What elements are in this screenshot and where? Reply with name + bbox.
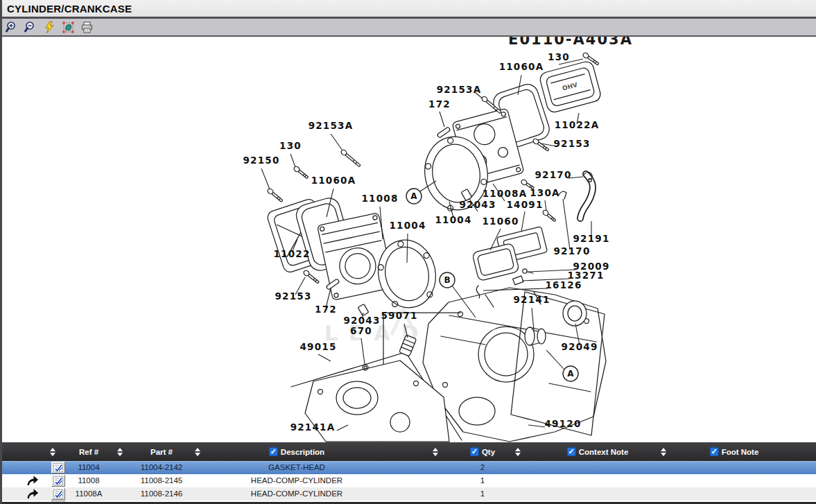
parts-table-header: Ref #Part #✓Description✓Qty✓Context Note… (0, 442, 816, 461)
sort-toggle-0[interactable] (50, 442, 55, 461)
part-label-92141A[interactable]: 92141A (290, 422, 336, 433)
callout-A[interactable]: A (563, 366, 578, 381)
part-label-130A[interactable]: 130A (530, 187, 559, 198)
table-row[interactable]: 1100811008-2145HEAD-COMP-CYLINDER1 (0, 474, 816, 487)
column-header-qty[interactable]: ✓Qty (470, 442, 495, 461)
part-label-92170[interactable]: 92170 (535, 169, 572, 180)
bolt-icon (303, 270, 320, 284)
column-header-description[interactable]: ✓Description (269, 442, 324, 461)
sort-toggle-1[interactable] (117, 442, 123, 461)
svg-text:A: A (410, 191, 417, 201)
part-label-92141[interactable]: 92141 (514, 294, 550, 305)
column-header-foot-note[interactable]: ✓Foot Note (710, 442, 759, 461)
column-checkbox[interactable]: ✓ (470, 447, 479, 456)
column-label: Description (281, 448, 324, 456)
table-row[interactable]: 11008A11008-2146HEAD-COMP-CYLINDER1 (0, 487, 816, 501)
diagram-viewport: LEADV (0, 37, 816, 504)
part-label-92043[interactable]: 92043 (460, 199, 496, 210)
part-label-11022A[interactable]: 11022A (555, 119, 600, 130)
part-label-130[interactable]: 130 (548, 51, 570, 62)
column-checkbox[interactable]: ✓ (269, 447, 278, 456)
cell-ref: 11004 (78, 461, 99, 474)
part-label-11022[interactable]: 11022 (274, 248, 311, 259)
part-label-92191[interactable]: 92191 (573, 233, 610, 244)
exploded-parts-diagram: LEADV (0, 37, 816, 442)
column-label: Foot Note (722, 448, 759, 456)
zoom-out-icon[interactable] (24, 21, 37, 34)
part-label-92153[interactable]: 92153 (554, 138, 591, 149)
part-label-130[interactable]: 130 (279, 140, 302, 151)
part-label-11060A[interactable]: 11060A (311, 175, 356, 186)
part-label-16126[interactable]: 16126 (546, 279, 582, 290)
part-label-670[interactable]: 670 (350, 325, 372, 336)
column-header-part-[interactable]: Part # (150, 442, 173, 461)
part-label-11004[interactable]: 11004 (435, 214, 472, 225)
part-label-92153A[interactable]: 92153A (309, 120, 354, 131)
part-label-11008A[interactable]: 11008A (483, 188, 528, 199)
part-label-92150[interactable]: 92150 (243, 155, 280, 166)
callout-B[interactable]: B (440, 272, 455, 288)
table-row[interactable]: 1100411004-2142GASKET-HEAD2 (0, 461, 816, 474)
sort-toggle-5[interactable] (661, 442, 666, 461)
part-label-92170[interactable]: 92170 (554, 245, 591, 257)
diagram-code: E0110-A403A (508, 37, 633, 48)
svg-text:B: B (444, 275, 450, 285)
cell-part: 11008-2146 (141, 487, 183, 501)
column-header-context-note[interactable]: ✓Context Note (567, 442, 629, 461)
cell-desc: HEAD-COMP-CYLINDER (251, 487, 342, 501)
part-label-92153[interactable]: 92153 (275, 290, 312, 302)
column-label: Ref # (79, 448, 98, 456)
part-label-92153A[interactable]: 92153A (437, 84, 482, 95)
part-label-11060A[interactable]: 11060A (499, 61, 544, 72)
cell-part: 11008-2145 (141, 474, 183, 487)
callout-A[interactable]: A (406, 189, 422, 204)
part-label-11004[interactable]: 11004 (390, 220, 426, 231)
row-tasklist-icon[interactable] (51, 475, 65, 487)
cell-qty: 2 (480, 461, 485, 474)
sort-toggle-3[interactable] (433, 442, 438, 461)
cell-desc: HEAD-COMP-CYLINDER (251, 474, 342, 487)
cell-desc: GASKET-HEAD (268, 461, 325, 474)
cell-qty: 1 (480, 474, 485, 487)
cell-ref: 11008 (78, 474, 99, 487)
column-label: Part # (150, 448, 173, 456)
bolt-icon (340, 149, 362, 168)
part-label-92043[interactable]: 92043 (344, 315, 381, 326)
bolt-icon (293, 166, 309, 180)
part-label-172[interactable]: 172 (428, 98, 451, 110)
bolt-icon (267, 188, 284, 203)
bolt-icon (542, 209, 557, 223)
print-icon[interactable] (80, 21, 94, 34)
part-label-11060[interactable]: 11060 (483, 216, 519, 227)
window-left-border (0, 0, 2, 504)
column-checkbox[interactable]: ✓ (710, 447, 719, 456)
cell-part: 11004-2142 (141, 461, 183, 474)
column-label: Qty (482, 448, 495, 456)
title-bar: CYLINDER/CRANKCASE (0, 0, 816, 17)
parts-table: Ref #Part #✓Description✓Qty✓Context Note… (0, 442, 816, 504)
column-checkbox[interactable]: ✓ (567, 447, 576, 456)
diagram-toolbar (0, 19, 816, 35)
sort-toggle-4[interactable] (515, 442, 521, 461)
part-label-11008[interactable]: 11008 (362, 193, 399, 204)
part-label-59071[interactable]: 59071 (381, 310, 418, 321)
sort-toggle-2[interactable] (195, 442, 200, 461)
page-title: CYLINDER/CRANKCASE (7, 3, 132, 15)
column-label: Context Note (579, 448, 629, 456)
part-label-172[interactable]: 172 (315, 304, 337, 315)
zoom-in-icon[interactable] (6, 21, 19, 34)
svg-text:A: A (567, 369, 574, 379)
row-tasklist-icon[interactable] (51, 462, 65, 473)
part-label-14091[interactable]: 14091 (507, 199, 544, 210)
goto-arrow-icon[interactable] (26, 475, 40, 486)
part-label-49120[interactable]: 49120 (545, 418, 582, 429)
row-tasklist-icon[interactable] (51, 488, 65, 500)
part-label-49015[interactable]: 49015 (300, 341, 337, 352)
column-header-ref-[interactable]: Ref # (79, 442, 98, 461)
goto-arrow-icon[interactable] (26, 488, 40, 499)
cell-qty: 1 (480, 487, 485, 501)
cell-ref: 11008A (76, 487, 103, 501)
part-label-92049[interactable]: 92049 (562, 341, 598, 352)
lightning-icon[interactable] (43, 21, 56, 34)
image-select-icon[interactable] (62, 21, 75, 34)
